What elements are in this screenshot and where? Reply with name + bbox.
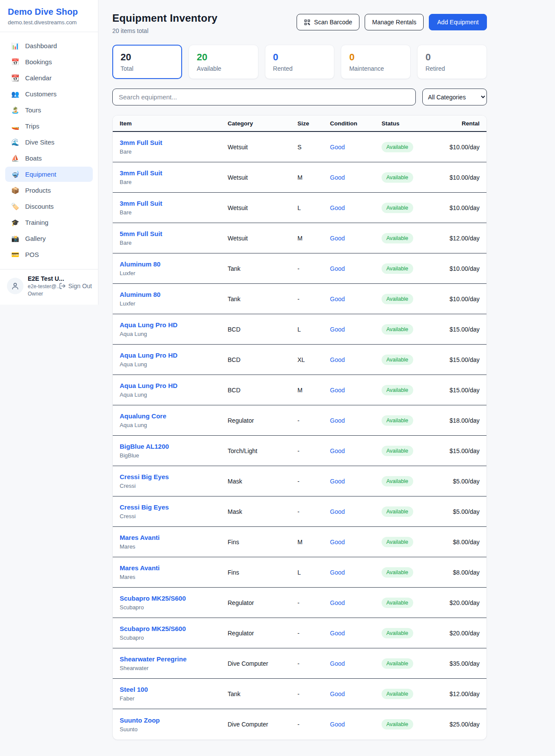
item-condition-link[interactable]: Good <box>330 569 345 576</box>
item-name-link[interactable]: Scubapro MK25/S600 <box>120 625 186 632</box>
sidebar-item-dive-sites[interactable]: 🌊 Dive Sites <box>5 135 93 150</box>
category-select[interactable]: All Categories <box>422 89 487 105</box>
item-condition-link[interactable]: Good <box>330 690 345 697</box>
item-name-link[interactable]: Cressi Big Eyes <box>120 503 169 511</box>
sign-out-button[interactable]: Sign Out <box>59 283 92 289</box>
item-name-link[interactable]: 5mm Full Suit <box>120 230 162 237</box>
brand-title[interactable]: Demo Dive Shop <box>8 7 90 17</box>
item-size: - <box>297 417 330 424</box>
sidebar-item-products[interactable]: 📦 Products <box>5 183 93 198</box>
item-name-link[interactable]: Scubapro MK25/S600 <box>120 595 186 602</box>
sidebar-item-trips[interactable]: 🚤 Trips <box>5 118 93 134</box>
item-brand: Scubapro <box>120 634 228 641</box>
stat-card-retired[interactable]: 0 Retired <box>417 45 487 79</box>
item-name-link[interactable]: Suunto Zoop <box>120 717 160 724</box>
item-size: - <box>297 296 330 302</box>
item-size: - <box>297 508 330 515</box>
item-name-link[interactable]: Mares Avanti <box>120 534 160 541</box>
item-status-cell: Available <box>382 355 447 365</box>
item-condition-link[interactable]: Good <box>330 447 345 454</box>
sidebar-item-boats[interactable]: ⛵ Boats <box>5 151 93 166</box>
status-badge: Available <box>382 658 413 669</box>
item-name-link[interactable]: Mares Avanti <box>120 564 160 572</box>
item-name-link[interactable]: BigBlue AL1200 <box>120 443 169 450</box>
item-condition-cell: Good <box>330 690 382 698</box>
sidebar-item-bookings[interactable]: 📅 Bookings <box>5 54 93 69</box>
item-name-link[interactable]: Steel 100 <box>120 686 148 693</box>
item-size: - <box>297 447 330 454</box>
stat-card-available[interactable]: 20 Available <box>189 45 258 79</box>
item-cell: 5mm Full Suit Bare <box>120 230 228 246</box>
item-status-cell: Available <box>382 598 447 608</box>
item-name-link[interactable]: Aluminum 80 <box>120 260 160 268</box>
item-condition-link[interactable]: Good <box>330 326 345 333</box>
item-condition-link[interactable]: Good <box>330 478 345 485</box>
scan-barcode-button[interactable]: Scan Barcode <box>297 14 359 30</box>
item-condition-link[interactable]: Good <box>330 539 345 546</box>
table-row: Aqua Lung Pro HD Aqua Lung BCD XL Good A… <box>113 345 486 375</box>
user-role: Owner <box>28 291 55 297</box>
item-condition-cell: Good <box>330 660 382 667</box>
item-condition-link[interactable]: Good <box>330 356 345 363</box>
item-condition-link[interactable]: Good <box>330 599 345 606</box>
item-cell: Steel 100 Faber <box>120 686 228 702</box>
item-condition-link[interactable]: Good <box>330 235 345 242</box>
item-condition-link[interactable]: Good <box>330 417 345 424</box>
sidebar-item-pos[interactable]: 💳 POS <box>5 247 93 262</box>
sidebar-item-discounts[interactable]: 🏷️ Discounts <box>5 199 93 214</box>
item-condition-link[interactable]: Good <box>330 144 345 151</box>
manage-rentals-button[interactable]: Manage Rentals <box>365 14 424 30</box>
item-cell: Aqua Lung Pro HD Aqua Lung <box>120 321 228 337</box>
stat-value: 20 <box>121 52 174 63</box>
sidebar-item-gallery[interactable]: 📸 Gallery <box>5 231 93 246</box>
sidebar-item-tours[interactable]: 🏝️ Tours <box>5 102 93 118</box>
item-condition-link[interactable]: Good <box>330 387 345 394</box>
item-condition-cell: Good <box>330 629 382 637</box>
stat-label: Rented <box>273 65 326 72</box>
item-condition-link[interactable]: Good <box>330 508 345 515</box>
item-name-link[interactable]: Aqualung Core <box>120 412 166 420</box>
sidebar-item-icon: 📅 <box>11 59 20 65</box>
item-rental-rate: $15.00/day <box>447 326 480 333</box>
item-name-link[interactable]: 3mm Full Suit <box>120 139 162 146</box>
table-row: Scubapro MK25/S600 Scubapro Regulator - … <box>113 588 486 618</box>
item-name-link[interactable]: 3mm Full Suit <box>120 169 162 177</box>
sidebar-item-dashboard[interactable]: 📊 Dashboard <box>5 38 93 53</box>
search-input[interactable] <box>112 89 416 105</box>
item-size: M <box>297 539 330 546</box>
item-condition-link[interactable]: Good <box>330 204 345 211</box>
item-condition-link[interactable]: Good <box>330 630 345 637</box>
stat-card-maintenance[interactable]: 0 Maintenance <box>341 45 411 79</box>
stat-card-total[interactable]: 20 Total <box>112 45 182 79</box>
item-condition-link[interactable]: Good <box>330 174 345 181</box>
sidebar-item-training[interactable]: 🎓 Training <box>5 215 93 230</box>
item-size: - <box>297 660 330 667</box>
sidebar-item-equipment[interactable]: 🤿 Equipment <box>5 167 93 182</box>
stat-label: Available <box>197 65 250 72</box>
item-category: Tank <box>228 265 297 272</box>
stat-card-rented[interactable]: 0 Rented <box>265 45 335 79</box>
item-condition-link[interactable]: Good <box>330 721 345 728</box>
item-name-link[interactable]: Aqua Lung Pro HD <box>120 321 177 329</box>
item-condition-link[interactable]: Good <box>330 296 345 302</box>
item-name-link[interactable]: Cressi Big Eyes <box>120 473 169 480</box>
item-name-link[interactable]: 3mm Full Suit <box>120 200 162 207</box>
sidebar-item-icon: 🎓 <box>11 219 20 226</box>
sidebar-item-calendar[interactable]: 📆 Calendar <box>5 70 93 85</box>
add-equipment-button[interactable]: Add Equipment <box>429 14 487 30</box>
item-category: Wetsuit <box>228 235 297 242</box>
item-brand: Bare <box>120 240 228 246</box>
item-status-cell: Available <box>382 385 447 395</box>
item-name-link[interactable]: Aluminum 80 <box>120 291 160 298</box>
item-name-link[interactable]: Shearwater Peregrine <box>120 655 186 663</box>
item-condition-link[interactable]: Good <box>330 660 345 667</box>
table-row: Suunto Zoop Suunto Dive Computer - Good … <box>113 709 486 740</box>
item-cell: Shearwater Peregrine Shearwater <box>120 655 228 671</box>
sidebar-item-customers[interactable]: 👥 Customers <box>5 86 93 102</box>
item-name-link[interactable]: Aqua Lung Pro HD <box>120 352 177 359</box>
item-name-link[interactable]: Aqua Lung Pro HD <box>120 382 177 389</box>
item-cell: Cressi Big Eyes Cressi <box>120 473 228 489</box>
item-cell: Mares Avanti Mares <box>120 534 228 550</box>
item-condition-link[interactable]: Good <box>330 265 345 272</box>
table-row: BigBlue AL1200 BigBlue Torch/Light - Goo… <box>113 436 486 466</box>
